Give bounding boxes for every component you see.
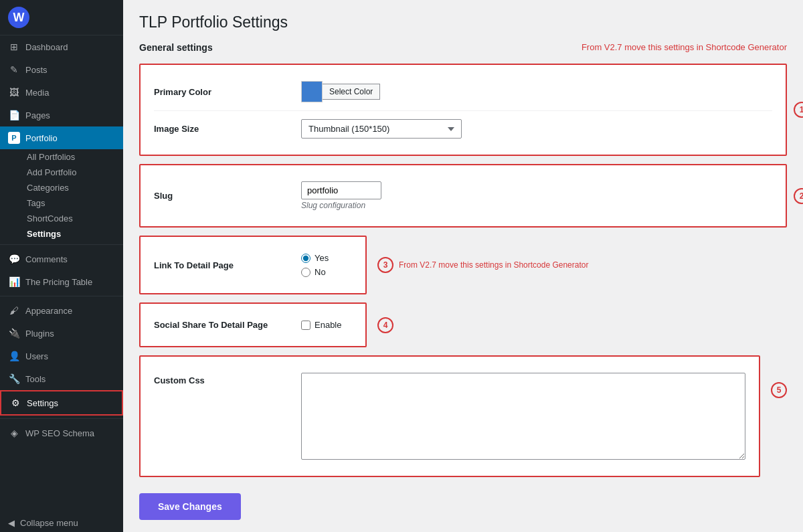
collapse-label: Collapse menu [20,518,78,528]
circle-num-4: 4 [377,317,393,333]
radio-no-label[interactable]: No [301,267,329,277]
slug-value-container: Slug configuration [301,181,381,210]
link-detail-radio-group: Yes No [301,253,329,277]
sidebar-item-tools[interactable]: 🔧 Tools [0,367,123,390]
divider-3 [0,418,123,419]
circle-num-3: 3 [377,257,393,273]
social-share-checkbox[interactable] [301,321,310,330]
radio-yes-label[interactable]: Yes [301,253,329,263]
appearance-icon: 🖌 [8,304,20,317]
posts-icon: ✎ [8,64,20,76]
slug-row: Slug Slug configuration [154,176,772,215]
pricing-table-icon: 📊 [8,276,20,288]
sidebar-item-posts[interactable]: ✎ Posts [0,58,123,81]
social-share-label: Social Share To Detail Page [154,320,301,330]
color-image-divider [154,110,772,111]
social-share-enable-text: Enable [315,320,341,330]
circle-num-5: 5 [771,382,787,398]
sidebar-sub-settings[interactable]: Settings [19,226,123,242]
sidebar-item-pages[interactable]: 📄 Pages [0,104,123,126]
select-color-button[interactable]: Select Color [323,84,380,100]
pages-icon: 📄 [8,109,20,121]
sidebar-item-label: Media [25,88,49,98]
sidebar-item-label: Pages [25,110,50,120]
custom-css-textarea[interactable] [301,373,745,460]
section-custom-css: Custom Css [139,355,760,477]
page-title: TLP Portfolio Settings [139,13,787,31]
sidebar-sub-tags[interactable]: Tags [19,195,123,211]
slug-config-text: Slug configuration [301,201,381,210]
section-link-wrapper: Link To Detail Page Yes No 3 Fr [139,236,787,294]
divider-1 [0,244,123,245]
sidebar-item-label: Posts [25,65,48,75]
sidebar-item-users[interactable]: 👤 Users [0,345,123,367]
image-size-value: Thumbnail (150*150) Medium (300*300) Lar… [301,119,462,139]
section-primary-color-image-size: Primary Color Select Color Image Size Th… [139,64,787,156]
comments-icon: 💬 [8,253,20,265]
sidebar-sub-add-portfolio[interactable]: Add Portfolio [19,165,123,180]
sidebar-item-appearance[interactable]: 🖌 Appearance [0,299,123,322]
radio-yes-input[interactable] [301,254,310,263]
sidebar-item-dashboard[interactable]: ⊞ Dashboard [0,35,123,58]
sidebar-sub-shortcodes[interactable]: ShortCodes [19,211,123,226]
sidebar-item-label: The Pricing Table [25,277,92,287]
circle-num-1: 1 [794,102,803,118]
header-row: General settings From V2.7 move this set… [139,42,787,61]
sidebar-item-media[interactable]: 🖼 Media [0,81,123,104]
primary-color-label: Primary Color [154,87,301,97]
users-icon: 👤 [8,350,20,362]
wp-logo-icon: W [8,7,29,28]
radio-yes-text: Yes [315,253,329,263]
collapse-menu[interactable]: ◀ Collapse menu [0,513,123,532]
primary-color-row: Primary Color Select Color [154,76,772,108]
slug-label: Slug [154,191,301,201]
sidebar: W ⊞ Dashboard ✎ Posts 🖼 Media 📄 Pages P … [0,0,123,532]
sidebar-item-plugins[interactable]: 🔌 Plugins [0,322,123,345]
plugins-icon: 🔌 [8,327,20,339]
sidebar-item-label: Portfolio [25,133,58,143]
tools-icon: 🔧 [8,373,20,385]
sidebar-item-label: Tools [25,374,46,384]
section-slug: Slug Slug configuration 2 [139,164,787,228]
social-share-checkbox-label[interactable]: Enable [301,320,341,330]
primary-color-value: Select Color [301,81,380,102]
settings-icon: ⚙ [9,397,21,409]
sidebar-item-label: Plugins [25,329,54,339]
general-settings-label: General settings [139,42,213,53]
sidebar-item-portfolio[interactable]: P Portfolio [0,126,123,149]
color-swatch[interactable] [301,81,323,102]
wp-seo-icon: ◈ [8,427,20,439]
radio-no-input[interactable] [301,268,310,277]
circle-num-2: 2 [794,188,803,204]
custom-css-row: Custom Css [154,367,745,465]
save-changes-button[interactable]: Save Changes [139,493,241,520]
image-size-select[interactable]: Thumbnail (150*150) Medium (300*300) Lar… [301,119,462,139]
custom-css-label: Custom Css [154,373,301,385]
section-social-wrapper: Social Share To Detail Page Enable 4 [139,302,787,347]
sidebar-item-label: Settings [27,398,58,408]
social-share-row: Social Share To Detail Page Enable [154,315,352,335]
sidebar-item-comments[interactable]: 💬 Comments [0,248,123,270]
media-icon: 🖼 [8,86,20,98]
sidebar-item-label: Appearance [25,306,72,316]
sidebar-item-label: Comments [25,254,68,264]
sidebar-item-label: WP SEO Schema [25,428,94,438]
link-detail-label: Link To Detail Page [154,260,301,270]
section-social-share: Social Share To Detail Page Enable [139,302,367,347]
radio-no-text: No [315,267,326,277]
sidebar-logo: W [0,0,123,35]
sidebar-item-wp-seo[interactable]: ◈ WP SEO Schema [0,422,123,444]
link-detail-row: Link To Detail Page Yes No [154,248,352,282]
image-size-row: Image Size Thumbnail (150*150) Medium (3… [154,114,772,144]
sidebar-sub-all-portfolios[interactable]: All Portfolios [19,149,123,165]
section-3-notice: From V2.7 move this settings in Shortcod… [399,260,588,270]
dashboard-icon: ⊞ [8,41,20,53]
divider-2 [0,296,123,296]
slug-input[interactable] [301,181,381,199]
collapse-icon: ◀ [8,518,15,528]
section-custom-css-wrapper: Custom Css 5 [139,355,787,477]
sidebar-sub-categories[interactable]: Categories [19,180,123,195]
sidebar-item-pricing-table[interactable]: 📊 The Pricing Table [0,270,123,293]
sidebar-item-settings[interactable]: ⚙ Settings [0,390,123,416]
circle-3-notice: 3 From V2.7 move this settings in Shortc… [377,257,588,273]
